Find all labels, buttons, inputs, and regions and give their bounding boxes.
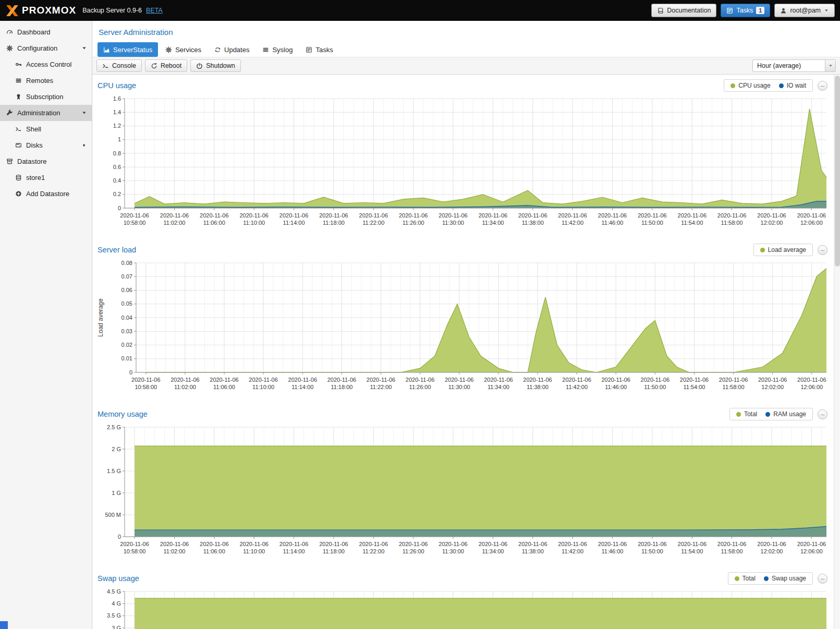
svg-text:12:02:00: 12:02:00 xyxy=(761,384,784,390)
user-menu-button[interactable]: root@pam xyxy=(774,4,835,17)
tab-syslog[interactable]: Syslog xyxy=(257,42,298,57)
svg-text:11:14:00: 11:14:00 xyxy=(283,220,305,226)
svg-text:2020-11-06: 2020-11-06 xyxy=(200,212,228,219)
legend-dot xyxy=(760,248,765,252)
tab-updates[interactable]: Updates xyxy=(209,42,255,57)
sidebar-item-administration[interactable]: Administration xyxy=(0,105,92,121)
sidebar-item-label: Configuration xyxy=(17,44,57,52)
sidebar-item-configuration[interactable]: Configuration xyxy=(0,40,92,56)
svg-text:2020-11-06: 2020-11-06 xyxy=(120,212,149,219)
svg-text:2 G: 2 G xyxy=(112,446,121,452)
svg-text:2020-11-06: 2020-11-06 xyxy=(288,377,317,383)
collapse-tool-swap-usage[interactable]: – xyxy=(818,574,827,584)
svg-text:2020-11-06: 2020-11-06 xyxy=(680,377,709,383)
sidebar-item-label: Dashboard xyxy=(17,28,51,36)
svg-text:2020-11-06: 2020-11-06 xyxy=(757,212,786,219)
brand-name: PROXMOX xyxy=(22,5,76,16)
svg-text:2020-11-06: 2020-11-06 xyxy=(518,212,547,219)
timeframe-select[interactable]: Hour (average) xyxy=(752,59,836,72)
collapse-tool-cpu-usage[interactable]: – xyxy=(818,81,827,91)
svg-text:0: 0 xyxy=(118,534,121,540)
collapse-tool-server-load[interactable]: – xyxy=(818,245,827,255)
legend-label: Load average xyxy=(768,246,806,253)
sidebar-item-store1[interactable]: store1 xyxy=(0,170,92,186)
services-icon xyxy=(165,46,172,53)
sidebar-item-add-datastore[interactable]: Add Datastore xyxy=(0,186,92,202)
configuration-icon xyxy=(5,45,14,52)
svg-text:2020-11-06: 2020-11-06 xyxy=(160,212,189,219)
svg-text:2020-11-06: 2020-11-06 xyxy=(678,541,707,547)
svg-text:10:58:00: 10:58:00 xyxy=(135,384,157,390)
documentation-label: Documentation xyxy=(667,7,711,14)
sidebar-item-disks[interactable]: Disks xyxy=(0,137,92,153)
collapse-tool-memory-usage[interactable]: – xyxy=(818,409,827,419)
timeframe-trigger[interactable] xyxy=(825,60,835,71)
timeframe-value: Hour (average) xyxy=(753,60,825,71)
tab-tasks[interactable]: Tasks xyxy=(300,42,338,57)
svg-text:2020-11-06: 2020-11-06 xyxy=(641,377,669,383)
panel-memory-usage: Memory usageTotalRAM usage–0500 M1 G1.5 … xyxy=(95,406,830,562)
button-label: Reboot xyxy=(161,62,181,69)
svg-text:11:54:00: 11:54:00 xyxy=(683,384,705,390)
sidebar-item-datastore[interactable]: Datastore xyxy=(0,153,92,170)
svg-text:2020-11-06: 2020-11-06 xyxy=(200,541,228,547)
button-label: Console xyxy=(112,62,136,69)
svg-text:0.01: 0.01 xyxy=(121,355,132,361)
svg-text:2020-11-06: 2020-11-06 xyxy=(479,212,507,219)
svg-text:11:26:00: 11:26:00 xyxy=(403,220,424,226)
svg-text:2020-11-06: 2020-11-06 xyxy=(249,377,277,383)
beta-link[interactable]: BETA xyxy=(146,7,163,14)
sidebar-item-subscription[interactable]: Subscription xyxy=(0,89,92,105)
svg-text:2020-11-06: 2020-11-06 xyxy=(797,212,826,219)
svg-text:0.03: 0.03 xyxy=(121,328,132,334)
tab-services[interactable]: Services xyxy=(160,42,207,57)
caret-down-icon xyxy=(824,8,829,13)
scrollbar-thumb[interactable] xyxy=(835,76,840,267)
proxmox-logo-icon xyxy=(5,5,19,17)
svg-text:11:22:00: 11:22:00 xyxy=(362,548,384,554)
subscription-icon xyxy=(14,93,22,100)
expand-down-icon xyxy=(80,45,88,51)
svg-text:Load average: Load average xyxy=(97,298,104,337)
console-button[interactable]: Console xyxy=(96,59,142,72)
svg-text:11:46:00: 11:46:00 xyxy=(601,548,623,554)
svg-text:11:02:00: 11:02:00 xyxy=(163,548,185,554)
svg-text:0: 0 xyxy=(129,369,132,376)
svg-text:1.4: 1.4 xyxy=(113,109,121,115)
svg-text:0.6: 0.6 xyxy=(113,164,121,170)
svg-text:2020-11-06: 2020-11-06 xyxy=(399,541,428,547)
svg-text:11:50:00: 11:50:00 xyxy=(644,384,666,390)
sidebar-item-access-control[interactable]: Access Control xyxy=(0,56,92,72)
shell-icon xyxy=(14,126,22,132)
documentation-button[interactable]: Documentation xyxy=(651,4,716,17)
svg-text:2020-11-06: 2020-11-06 xyxy=(279,541,308,547)
svg-text:4.5 G: 4.5 G xyxy=(107,588,121,595)
svg-text:2020-11-06: 2020-11-06 xyxy=(523,377,552,383)
legend-label: CPU usage xyxy=(738,82,770,89)
access-control-icon xyxy=(14,61,22,68)
tab-serverstatus[interactable]: ServerStatus xyxy=(98,42,158,57)
vertical-scrollbar[interactable] xyxy=(834,75,840,629)
legend-item-cpu-usage: CPU usage xyxy=(731,82,770,89)
svg-text:0.2: 0.2 xyxy=(113,191,121,197)
svg-text:11:58:00: 11:58:00 xyxy=(721,220,743,226)
sidebar-item-shell[interactable]: Shell xyxy=(0,121,92,137)
server-load-chart: 00.010.020.030.040.050.060.070.082020-11… xyxy=(95,258,830,398)
svg-text:2020-11-06: 2020-11-06 xyxy=(406,377,434,383)
dashboard-icon xyxy=(5,29,14,35)
tasks-button[interactable]: Tasks 1 xyxy=(721,4,770,17)
shutdown-button[interactable]: Shutdown xyxy=(190,59,241,72)
svg-text:1: 1 xyxy=(118,136,121,142)
legend-item-load-average: Load average xyxy=(760,246,806,253)
sidebar-item-dashboard[interactable]: Dashboard xyxy=(0,24,92,40)
svg-text:2020-11-06: 2020-11-06 xyxy=(399,212,428,219)
svg-text:12:06:00: 12:06:00 xyxy=(800,548,823,554)
add-datastore-icon xyxy=(14,190,22,197)
tasks-count-badge: 1 xyxy=(756,7,764,14)
reboot-button[interactable]: Reboot xyxy=(145,59,187,72)
console-icon xyxy=(102,63,109,69)
remotes-icon xyxy=(14,77,22,84)
sidebar-item-remotes[interactable]: Remotes xyxy=(0,72,92,89)
app-body: DashboardConfigurationAccess ControlRemo… xyxy=(0,21,840,629)
svg-text:2020-11-06: 2020-11-06 xyxy=(558,212,587,219)
